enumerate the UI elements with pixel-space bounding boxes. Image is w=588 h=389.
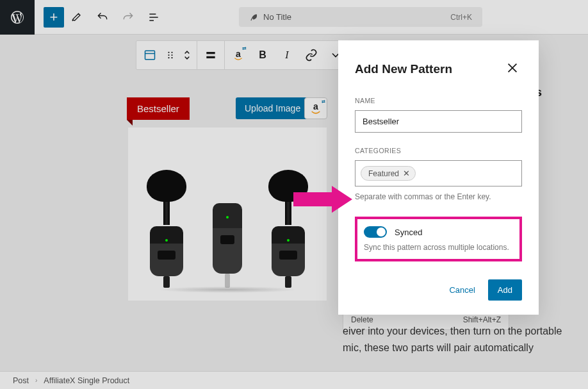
svg-point-5 xyxy=(168,57,169,58)
bold-icon[interactable]: B xyxy=(250,42,275,69)
svg-point-1 xyxy=(168,52,169,53)
block-type-icon[interactable] xyxy=(138,42,162,69)
breadcrumb-block[interactable]: AffiliateX Single Product xyxy=(44,376,129,385)
document-title: No Title xyxy=(263,12,291,22)
cancel-button[interactable]: Cancel xyxy=(445,280,478,300)
callout-arrow xyxy=(293,186,352,215)
feather-icon xyxy=(249,13,258,22)
svg-rect-7 xyxy=(206,52,215,54)
categories-input[interactable]: Featured ✕ xyxy=(355,160,522,186)
bestseller-badge[interactable]: Bestseller xyxy=(127,97,190,120)
synced-label: Synced xyxy=(395,228,422,237)
svg-point-4 xyxy=(171,54,172,56)
breadcrumb: Post › AffiliateX Single Product xyxy=(0,371,588,389)
category-tag: Featured ✕ xyxy=(361,166,416,181)
document-overview-icon[interactable] xyxy=(141,4,167,30)
svg-rect-0 xyxy=(145,51,155,59)
move-arrows-icon[interactable] xyxy=(179,42,195,69)
command-shortcut: Ctrl+K xyxy=(450,13,472,22)
synced-section-highlight: Synced Sync this pattern across multiple… xyxy=(355,217,522,261)
breadcrumb-separator: › xyxy=(35,377,37,384)
align-icon[interactable] xyxy=(199,42,223,69)
name-label: NAME xyxy=(355,97,522,104)
amazon-product-icon[interactable]: ⇄ a xyxy=(226,42,250,69)
undo-icon[interactable] xyxy=(90,4,115,30)
categories-label: CATEGORIES xyxy=(355,147,522,154)
close-icon[interactable] xyxy=(503,58,522,80)
modal-title: Add New Pattern xyxy=(355,62,452,76)
svg-point-6 xyxy=(171,57,172,58)
redo-icon[interactable] xyxy=(115,4,141,30)
synced-toggle[interactable] xyxy=(364,226,387,238)
svg-point-2 xyxy=(171,52,172,53)
edit-tool-icon[interactable] xyxy=(64,4,90,30)
synced-description: Sync this pattern across multiple locati… xyxy=(364,243,513,252)
link-icon[interactable] xyxy=(299,42,323,69)
categories-help: Separate with commas or the Enter key. xyxy=(355,192,522,201)
wordpress-logo[interactable] xyxy=(0,0,35,35)
italic-icon[interactable]: I xyxy=(275,42,299,69)
add-pattern-modal: Add New Pattern NAME CATEGORIES Featured… xyxy=(338,40,539,315)
add-block-button[interactable]: + xyxy=(44,7,64,28)
pattern-name-input[interactable] xyxy=(355,110,522,133)
drag-handle-icon[interactable] xyxy=(162,42,179,69)
svg-rect-8 xyxy=(206,56,215,58)
document-title-bar[interactable]: No Title Ctrl+K xyxy=(239,7,482,27)
remove-tag-icon[interactable]: ✕ xyxy=(403,169,410,178)
upload-image-button[interactable]: Upload Image xyxy=(236,97,309,119)
add-button[interactable]: Add xyxy=(488,279,522,301)
breadcrumb-post[interactable]: Post xyxy=(13,376,29,385)
editor-topbar: + No Title Ctrl+K xyxy=(0,0,588,35)
amazon-pill-button[interactable]: ⇄ a xyxy=(304,97,327,119)
svg-point-3 xyxy=(168,54,169,56)
product-description[interactable]: eiver into your devices, then turn on th… xyxy=(343,323,567,356)
